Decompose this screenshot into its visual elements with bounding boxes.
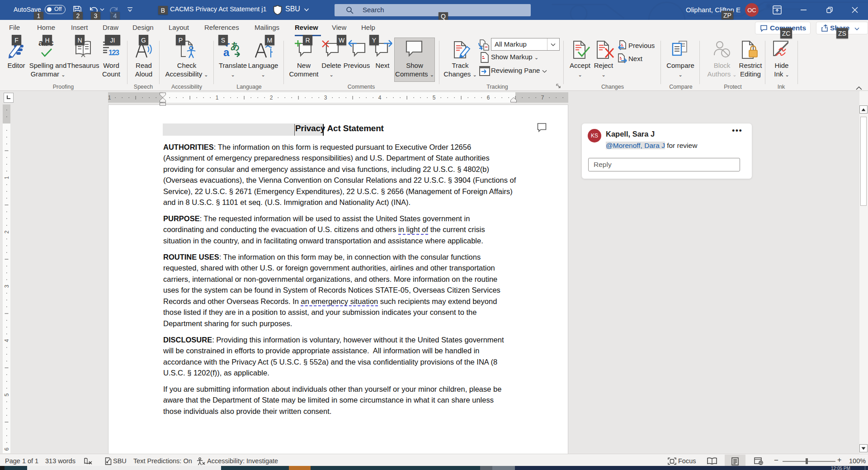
svg-text:123: 123 — [108, 49, 119, 57]
svg-text:4: 4 — [378, 95, 382, 101]
svg-text:4: 4 — [4, 339, 10, 342]
svg-text:3: 3 — [324, 95, 327, 101]
svg-text:2: 2 — [4, 230, 10, 233]
svg-text:1: 1 — [4, 176, 10, 179]
svg-text:1: 1 — [216, 95, 219, 101]
svg-text:あ: あ — [231, 41, 240, 51]
svg-text:5: 5 — [433, 95, 436, 101]
svg-text:a: a — [223, 46, 230, 58]
svg-text:3: 3 — [4, 285, 10, 288]
svg-text:1: 1 — [108, 95, 111, 101]
svg-text:6: 6 — [4, 447, 10, 451]
svg-text:2: 2 — [270, 95, 273, 101]
svg-text:6: 6 — [487, 95, 490, 101]
svg-text:5: 5 — [4, 393, 10, 396]
svg-text:7: 7 — [541, 95, 544, 101]
